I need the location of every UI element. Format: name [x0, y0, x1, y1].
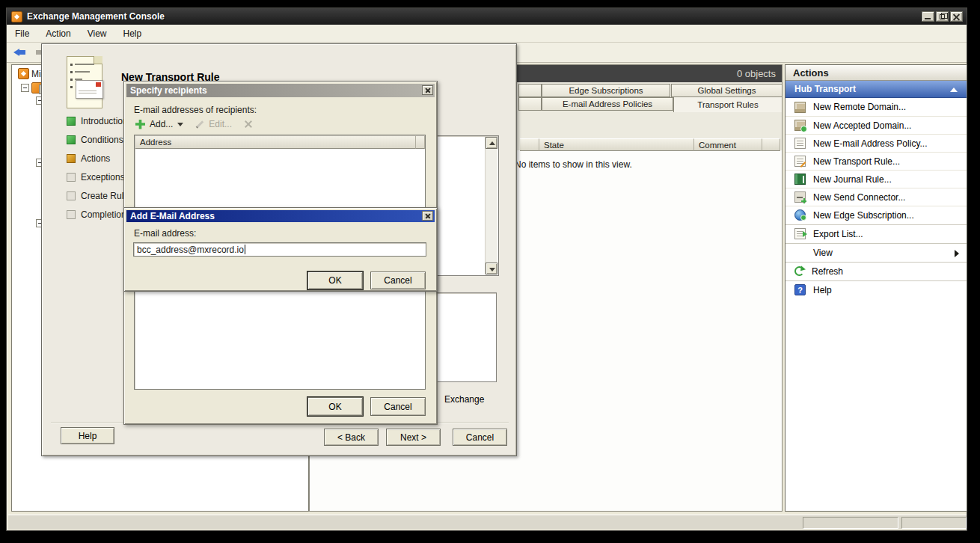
- remote-domain-icon: [794, 102, 806, 113]
- tab-partial[interactable]: [518, 84, 542, 97]
- tree-collapse-icon[interactable]: [21, 84, 29, 92]
- minimize-icon: [925, 18, 931, 19]
- wizard-step-actions: Actions: [67, 153, 110, 164]
- action-refresh[interactable]: Refresh: [785, 262, 967, 280]
- action-new-journal-rule[interactable]: New Journal Rule...: [785, 170, 967, 188]
- window-title: Exchange Management Console: [27, 11, 165, 22]
- tab-email-address-policies[interactable]: E-mail Address Policies: [542, 97, 673, 111]
- address-column-header[interactable]: Address: [135, 136, 416, 149]
- scroll-down-icon: [489, 268, 495, 272]
- restore-icon: [940, 14, 945, 19]
- tab-transport-rules[interactable]: Transport Rules: [673, 96, 783, 112]
- step-status-icon: [67, 191, 76, 200]
- action-export-list[interactable]: Export List...: [785, 224, 967, 242]
- empty-list-message: No items to show in this view.: [515, 159, 632, 170]
- action-view[interactable]: View: [785, 243, 967, 261]
- email-address-input[interactable]: bcc_address@mxrecord.io: [133, 242, 426, 257]
- menu-help[interactable]: Help: [115, 26, 150, 41]
- step-status-icon: [67, 210, 76, 219]
- address-cancel-button[interactable]: Cancel: [370, 272, 426, 289]
- help-icon: ?: [794, 284, 806, 295]
- step-status-icon: [67, 173, 76, 182]
- step-status-icon: [67, 117, 76, 126]
- wizard-step-conditions: Conditions: [67, 135, 123, 145]
- step-status-icon: [67, 154, 76, 163]
- submenu-arrow-icon: [955, 250, 959, 257]
- status-bar: [8, 515, 967, 530]
- dialog-titlebar: Specify recipients: [126, 84, 435, 97]
- action-new-edge-subscription[interactable]: New Edge Subscription...: [785, 206, 967, 224]
- recipients-ok-button[interactable]: OK: [307, 397, 363, 416]
- action-new-send-connector[interactable]: New Send Connector...: [785, 188, 967, 206]
- minimize-button[interactable]: [922, 11, 934, 22]
- back-button[interactable]: [13, 46, 29, 59]
- view-spacer: [794, 247, 806, 258]
- dialog-title: Specify recipients: [130, 85, 207, 96]
- scroll-down-button[interactable]: [486, 263, 497, 274]
- menu-file[interactable]: File: [7, 26, 37, 41]
- tab-global-settings[interactable]: Global Settings: [671, 84, 783, 97]
- recipients-label: E-mail addresses of recipients:: [134, 105, 257, 115]
- dialog-title: Add E-Mail Address: [130, 211, 215, 221]
- close-icon: [951, 12, 962, 22]
- edit-button: Edit...: [209, 119, 232, 129]
- text-caret: [245, 245, 245, 254]
- action-new-email-address-policy[interactable]: New E-mail Address Policy...: [785, 134, 967, 152]
- tab-edge-subscriptions[interactable]: Edge Subscriptions: [542, 84, 670, 97]
- tree-node[interactable]: [21, 82, 43, 93]
- wizard-next-button[interactable]: Next >: [386, 429, 441, 446]
- add-dropdown-icon[interactable]: [177, 123, 183, 126]
- menu-view[interactable]: View: [79, 26, 115, 41]
- close-button[interactable]: [422, 211, 433, 221]
- transport-rule-document-icon: [65, 55, 105, 113]
- wizard-help-button[interactable]: Help: [61, 427, 114, 444]
- menubar: File Action View Help: [7, 25, 967, 43]
- transport-rule-icon: [794, 156, 806, 167]
- send-connector-icon: [794, 191, 806, 203]
- actions-pane-title: Actions: [785, 65, 967, 81]
- column-header-state[interactable]: State: [539, 138, 694, 151]
- action-new-accepted-domain[interactable]: New Accepted Domain...: [785, 116, 967, 134]
- step-status-icon: [67, 135, 76, 144]
- back-icon: [13, 49, 19, 56]
- collapse-icon: [950, 88, 958, 92]
- wizard-step-exceptions: Exceptions: [67, 172, 125, 182]
- status-segment: [901, 517, 967, 529]
- action-help[interactable]: ? Help: [785, 280, 967, 298]
- column-header-empty: [416, 136, 425, 149]
- address-ok-button[interactable]: OK: [307, 272, 363, 289]
- delete-icon: [244, 120, 253, 129]
- titlebar: Exchange Management Console: [7, 8, 967, 25]
- wizard-description-fragment: Exchange: [444, 394, 484, 405]
- menu-action[interactable]: Action: [37, 26, 79, 41]
- column-header-comment[interactable]: Comment: [694, 138, 762, 151]
- action-new-remote-domain[interactable]: New Remote Domain...: [785, 98, 967, 116]
- tab-partial[interactable]: [518, 97, 542, 111]
- action-new-transport-rule[interactable]: New Transport Rule...: [785, 152, 967, 170]
- close-button[interactable]: [422, 85, 433, 95]
- edge-subscription-icon: [794, 209, 806, 221]
- actions-pane: Actions Hub Transport New Remote Domain.…: [785, 64, 967, 512]
- journal-rule-icon: [794, 174, 806, 185]
- close-button[interactable]: [950, 11, 963, 22]
- dialog-titlebar: Add E-Mail Address: [126, 210, 435, 222]
- recipients-toolbar: Add... Edit...: [135, 119, 253, 129]
- edit-pencil-icon: [196, 120, 204, 129]
- wizard-cancel-button[interactable]: Cancel: [453, 429, 507, 446]
- add-email-address-dialog: Add E-Mail Address E-mail address: bcc_a…: [123, 207, 438, 292]
- screen: Exchange Management Console File Action …: [0, 0, 980, 543]
- refresh-icon: [794, 266, 804, 276]
- exchange-logo-icon: [11, 11, 22, 22]
- wizard-back-button[interactable]: < Back: [324, 429, 379, 446]
- recipients-cancel-button[interactable]: Cancel: [370, 397, 426, 416]
- hub-transport-group-header[interactable]: Hub Transport: [785, 81, 967, 98]
- column-header-empty: [762, 138, 780, 151]
- scrollbar[interactable]: [485, 137, 497, 274]
- restore-button[interactable]: [936, 11, 949, 22]
- column-header-partial[interactable]: [520, 138, 539, 151]
- exchange-logo-icon: [18, 68, 29, 79]
- scroll-up-button[interactable]: [486, 137, 497, 149]
- add-button[interactable]: Add...: [150, 119, 173, 129]
- wizard-step-create-rule: Create Rule: [67, 191, 129, 201]
- scroll-up-icon: [489, 141, 495, 145]
